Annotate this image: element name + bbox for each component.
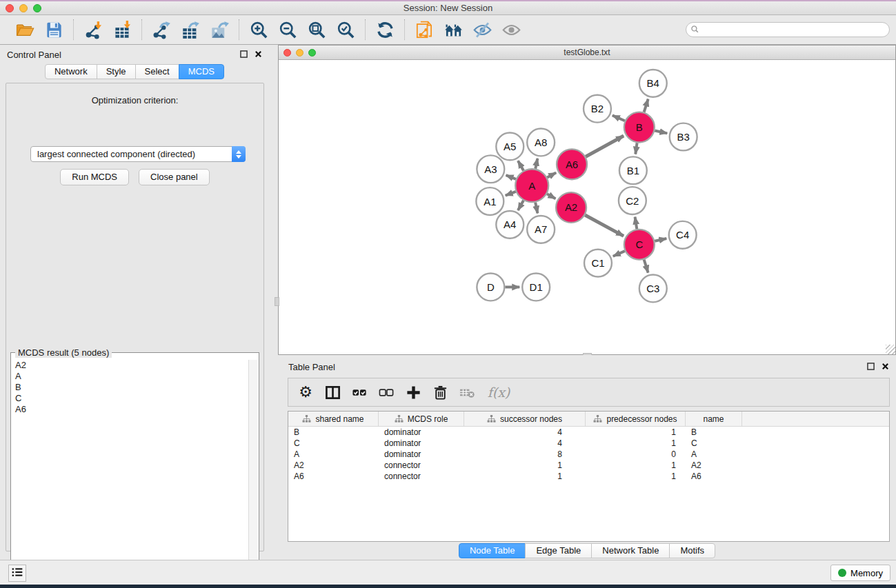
column-header-successor-nodes[interactable]: successor nodes xyxy=(464,412,586,426)
node-C2[interactable]: C2 xyxy=(619,187,646,214)
select-all-button[interactable] xyxy=(349,382,370,403)
node-C3[interactable]: C3 xyxy=(639,275,667,303)
edge-A-A6[interactable] xyxy=(547,172,556,177)
node-A3[interactable]: A3 xyxy=(477,155,504,183)
home-button[interactable] xyxy=(441,18,466,41)
table-cell[interactable]: A2 xyxy=(288,460,379,471)
edge-A-A3[interactable] xyxy=(506,175,516,179)
node-C4[interactable]: C4 xyxy=(669,221,697,249)
edge-B-B4[interactable] xyxy=(644,99,648,112)
hide-annotations-button[interactable] xyxy=(470,18,495,41)
node-B4[interactable]: B4 xyxy=(639,70,667,97)
function-builder-button[interactable]: f(x) xyxy=(484,382,514,403)
table-cell[interactable]: C xyxy=(686,438,742,449)
edge-B-B3[interactable] xyxy=(655,130,667,133)
tab-motifs[interactable]: Motifs xyxy=(669,543,715,558)
edge-A-A7[interactable] xyxy=(535,203,537,214)
edge-A-A5[interactable] xyxy=(518,161,524,170)
save-session-button[interactable] xyxy=(41,18,66,41)
node-B[interactable]: B xyxy=(624,112,655,143)
node-A1[interactable]: A1 xyxy=(476,187,504,215)
zoom-window-button[interactable] xyxy=(33,4,41,12)
table-cell[interactable]: 1 xyxy=(586,427,686,438)
node-C[interactable]: C xyxy=(624,230,655,260)
table-cell[interactable]: B xyxy=(686,427,742,438)
tab-network[interactable]: Network xyxy=(45,64,97,79)
show-columns-button[interactable] xyxy=(322,382,343,403)
network-close-button[interactable] xyxy=(283,49,291,57)
export-image-button[interactable] xyxy=(207,18,232,41)
close-panel-button[interactable]: Close panel xyxy=(139,169,210,185)
node-B3[interactable]: B3 xyxy=(670,123,697,151)
open-session-button[interactable] xyxy=(12,18,37,41)
node-A5[interactable]: A5 xyxy=(496,133,524,161)
edge-A-A4[interactable] xyxy=(518,201,524,210)
table-cell[interactable]: connector xyxy=(379,460,464,471)
close-panel-icon[interactable] xyxy=(255,50,262,58)
mcds-result-item[interactable]: B xyxy=(12,382,248,393)
zoom-in-button[interactable] xyxy=(246,18,271,41)
table-close-panel-icon[interactable] xyxy=(882,363,889,370)
column-header-name[interactable]: name xyxy=(686,412,742,426)
table-cell[interactable]: A6 xyxy=(686,471,742,482)
column-header-MCDS-role[interactable]: MCDS role xyxy=(379,412,464,426)
edge-A-A1[interactable] xyxy=(506,192,516,196)
edge-B-B1[interactable] xyxy=(635,143,637,154)
table-cell[interactable]: dominator xyxy=(379,438,464,449)
delete-column-button[interactable] xyxy=(430,382,450,403)
network-minimize-button[interactable] xyxy=(296,49,303,57)
network-canvas[interactable]: B4B2BB3A8A5A6A3B1AC2A1A2A4A7C4CC1C3DD1 xyxy=(279,61,892,351)
apply-layout-button[interactable] xyxy=(372,18,397,41)
float-panel-icon[interactable] xyxy=(240,50,248,58)
minimize-window-button[interactable] xyxy=(19,4,28,12)
show-annotations-button[interactable] xyxy=(499,18,524,41)
table-cell[interactable]: 4 xyxy=(464,427,586,438)
table-cell[interactable]: 1 xyxy=(464,460,586,471)
table-cell[interactable]: C xyxy=(288,438,379,449)
table-row[interactable]: A6connector11A6 xyxy=(288,471,889,482)
edge-A-A2[interactable] xyxy=(547,194,556,199)
close-window-button[interactable] xyxy=(6,4,14,12)
edge-B-B2[interactable] xyxy=(613,115,625,121)
deselect-all-button[interactable] xyxy=(376,382,397,403)
table-cell[interactable]: 8 xyxy=(464,449,586,460)
zoom-selected-button[interactable] xyxy=(333,18,358,41)
result-scrollbar[interactable] xyxy=(248,360,258,587)
table-row[interactable]: Adominator80A xyxy=(288,449,889,460)
network-window-titlebar[interactable]: testGlobe.txt xyxy=(279,45,895,60)
table-cell[interactable]: 1 xyxy=(586,471,686,482)
export-network-button[interactable] xyxy=(149,18,174,41)
vertical-splitter-handle[interactable] xyxy=(275,297,279,306)
column-header-predecessor-nodes[interactable]: predecessor nodes xyxy=(586,412,686,426)
window-resize-grip[interactable] xyxy=(886,345,895,354)
table-row[interactable]: A2connector11A2 xyxy=(288,460,889,471)
node-A7[interactable]: A7 xyxy=(527,216,555,243)
table-cell[interactable]: dominator xyxy=(379,427,464,438)
table-cell[interactable]: A xyxy=(288,449,379,460)
table-cell[interactable]: A xyxy=(686,449,742,460)
table-cell[interactable]: B xyxy=(288,427,379,438)
edge-A6-B[interactable] xyxy=(586,136,624,156)
add-column-button[interactable] xyxy=(403,382,424,403)
node-A2[interactable]: A2 xyxy=(556,192,586,223)
mcds-result-item[interactable]: A2 xyxy=(12,360,248,371)
tab-edge-table[interactable]: Edge Table xyxy=(525,543,592,558)
table-row[interactable]: Cdominator41C xyxy=(288,438,889,449)
tab-network-table[interactable]: Network Table xyxy=(591,543,670,558)
table-row[interactable]: Bdominator41B xyxy=(288,427,889,438)
edge-C-C2[interactable] xyxy=(635,217,637,229)
node-B2[interactable]: B2 xyxy=(584,95,611,123)
table-cell[interactable]: 4 xyxy=(464,438,586,449)
node-B1[interactable]: B1 xyxy=(619,156,647,184)
search-input[interactable] xyxy=(686,22,890,37)
delete-table-button[interactable] xyxy=(457,382,477,403)
tab-select[interactable]: Select xyxy=(135,64,179,79)
zoom-out-button[interactable] xyxy=(275,18,300,41)
import-table-button[interactable] xyxy=(110,18,135,41)
table-cell[interactable]: dominator xyxy=(379,449,464,460)
mcds-result-item[interactable]: A6 xyxy=(12,404,248,415)
table-float-panel-icon[interactable] xyxy=(867,363,875,370)
node-D1[interactable]: D1 xyxy=(522,274,550,301)
node-A4[interactable]: A4 xyxy=(496,211,524,239)
network-file-button[interactable] xyxy=(412,18,437,41)
